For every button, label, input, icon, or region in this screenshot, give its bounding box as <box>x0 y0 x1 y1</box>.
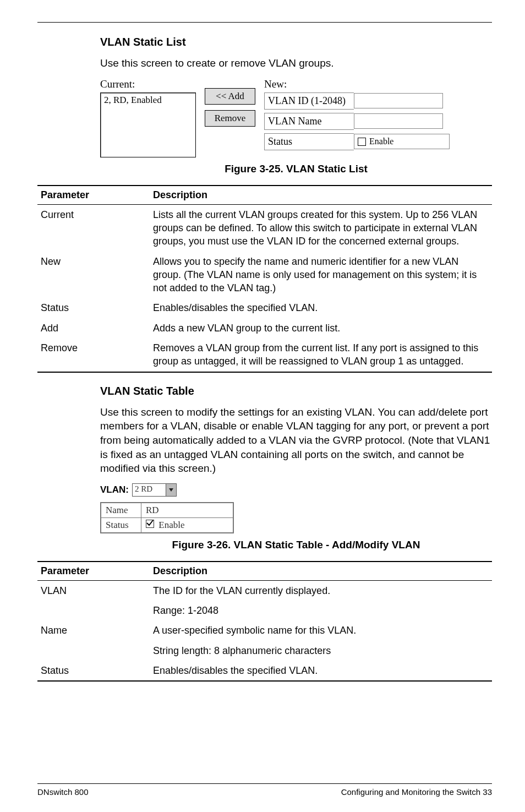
table1-r5c1: Remove <box>37 338 150 372</box>
svg-marker-0 <box>169 488 173 492</box>
figure-3-26-caption: Figure 3-26. VLAN Static Table - Add/Mod… <box>100 539 492 551</box>
mini-status-label: Status <box>101 517 141 533</box>
table1-r1c2: Lists all the current VLAN groups create… <box>150 204 492 251</box>
table1-r3c2: Enables/disables the specified VLAN. <box>150 298 492 318</box>
table1-r1c1: Current <box>37 204 150 251</box>
vlan-name-label: VLAN Name <box>264 113 354 130</box>
vlan-name-input[interactable] <box>354 113 443 129</box>
mini-name-value[interactable]: RD <box>141 503 234 518</box>
vlan-id-label: VLAN ID (1-2048) <box>264 92 354 110</box>
table2-header-parameter: Parameter <box>37 562 150 581</box>
mini-status-value: Enable <box>141 517 234 533</box>
vlan-dropdown-value: 2 RD <box>133 484 166 496</box>
add-button[interactable]: << Add <box>205 88 255 105</box>
mini-table: Name RD Status Enable <box>100 502 234 533</box>
status-cell: Enable <box>354 134 450 149</box>
enable-checkbox-checked[interactable] <box>146 520 154 528</box>
vlan-select-label: VLAN: <box>100 484 129 495</box>
status-label: Status <box>264 133 354 150</box>
table2-r3c1: Status <box>37 661 150 681</box>
top-rule <box>37 22 492 23</box>
table2-r1c2a: The ID for the VLAN currently displayed. <box>150 580 492 601</box>
section-intro: Use this screen to create or remove VLAN… <box>100 56 492 70</box>
param-table-2: Parameter Description VLAN The ID for th… <box>37 561 492 682</box>
section-title-static-table: VLAN Static Table <box>100 385 492 397</box>
param-table-1: Parameter Description Current Lists all … <box>37 185 492 373</box>
table1-r2c2: Allows you to specify the name and numer… <box>150 252 492 298</box>
enable-label: Enable <box>369 137 393 146</box>
table1-r3c1: Status <box>37 298 150 318</box>
table2-r1c2b: Range: 1-2048 <box>150 601 492 620</box>
chevron-down-icon <box>166 484 176 496</box>
table2-header-description: Description <box>150 562 492 581</box>
mini-enable-label: Enable <box>158 520 184 530</box>
list-item: 2, RD, Enabled <box>104 95 162 105</box>
footer-left: DNswitch 800 <box>37 787 89 797</box>
footer-right: Configuring and Monitoring the Switch 33 <box>341 787 492 797</box>
table2-r1c1: VLAN <box>37 580 150 601</box>
table1-r2c1: New <box>37 252 150 298</box>
table1-r5c2: Removes a VLAN group from the current li… <box>150 338 492 372</box>
current-listbox[interactable]: 2, RD, Enabled <box>100 92 196 157</box>
table1-r4c2: Adds a new VLAN group to the current lis… <box>150 318 492 338</box>
remove-button[interactable]: Remove <box>205 110 255 127</box>
figure-3-26: VLAN: 2 RD Name RD Status <box>100 483 492 533</box>
figure-3-25: Current: 2, RD, Enabled << Add Remove Ne… <box>100 78 492 157</box>
vlan-dropdown[interactable]: 2 RD <box>132 483 177 497</box>
table2-r2c2b: String length: 8 alphanumeric characters <box>150 641 492 661</box>
section2-para: Use this screen to modify the settings f… <box>100 405 492 476</box>
table2-r2c2a: A user-specified symbolic name for this … <box>150 620 492 640</box>
table1-header-parameter: Parameter <box>37 186 150 205</box>
table1-header-description: Description <box>150 186 492 205</box>
enable-checkbox[interactable] <box>358 138 366 146</box>
mini-name-label: Name <box>101 503 141 518</box>
page-footer: DNswitch 800 Configuring and Monitoring … <box>37 783 492 797</box>
section-title-static-list: VLAN Static List <box>100 36 492 48</box>
figure-3-25-caption: Figure 3-25. VLAN Static List <box>100 163 492 175</box>
table2-r3c2: Enables/disables the specified VLAN. <box>150 661 492 681</box>
table1-r4c1: Add <box>37 318 150 338</box>
vlan-id-input[interactable] <box>354 93 443 108</box>
table2-r2c1: Name <box>37 620 150 640</box>
current-label: Current: <box>100 78 196 90</box>
new-label: New: <box>264 78 450 90</box>
